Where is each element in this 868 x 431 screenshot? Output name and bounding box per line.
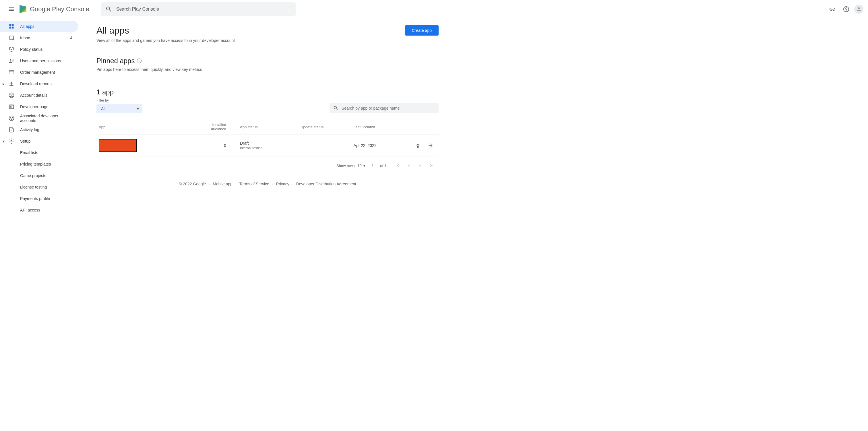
svg-point-5 (12, 38, 14, 40)
cell-last-updated: Apr 22, 2022 (351, 135, 404, 156)
sidebar-item-label: Download reports (20, 82, 74, 86)
footer: © 2022 Google · Mobile app · Terms of Se… (96, 175, 439, 193)
sidebar-item-badge: 4 (70, 36, 74, 40)
account-icon (8, 92, 15, 99)
sidebar-item-label: Order management (20, 70, 74, 74)
sidebar-item-inbox[interactable]: Inbox 4 (0, 32, 78, 43)
chevron-left-icon (406, 163, 412, 168)
pinned-apps-subtitle: Pin apps here to access them quickly, an… (96, 67, 439, 72)
footer-link-terms[interactable]: Terms of Service (239, 182, 269, 186)
open-button[interactable] (425, 140, 436, 151)
app-search-input[interactable] (342, 106, 435, 111)
footer-link-privacy[interactable]: Privacy (276, 182, 289, 186)
cell-update-status (298, 135, 351, 156)
sidebar-sub-pricing-templates[interactable]: Pricing templates (0, 158, 81, 170)
global-search[interactable] (101, 2, 296, 16)
svg-point-6 (10, 59, 11, 61)
rows-value: 10 (358, 163, 361, 168)
sidebar-item-all-apps[interactable]: All apps (0, 21, 78, 32)
card-icon (8, 69, 15, 76)
app-search[interactable] (330, 103, 439, 113)
header-actions (827, 3, 863, 15)
sidebar-item-policy-status[interactable]: Policy status (0, 43, 78, 55)
pin-button[interactable] (412, 140, 424, 152)
app-header: Google Play Console (0, 0, 868, 18)
svg-rect-11 (10, 106, 11, 107)
sidebar-item-developer-page[interactable]: Developer page (0, 101, 78, 113)
sidebar-item-associated-accounts[interactable]: Associated developer accounts (0, 113, 78, 124)
sidebar-sub-api-access[interactable]: API access (0, 204, 81, 216)
last-page-icon (429, 163, 435, 168)
menu-button[interactable] (5, 2, 19, 16)
filter-label: Filter by (96, 98, 143, 102)
chevron-down-icon: ▾ (363, 163, 365, 168)
app-thumbnail (99, 139, 136, 152)
help-circle-icon[interactable]: ? (137, 59, 142, 63)
shield-icon (8, 46, 15, 53)
search-icon (333, 105, 339, 111)
page-header: All apps Create app (96, 25, 439, 36)
app-count-title: 1 app (96, 88, 439, 96)
svg-point-12 (9, 116, 14, 121)
last-page-button[interactable] (427, 161, 436, 170)
sidebar-item-label: Activity log (20, 127, 74, 132)
expand-icon[interactable]: ▸ (1, 82, 6, 86)
th-status: App status (228, 119, 298, 135)
inbox-icon (8, 34, 15, 41)
link-button[interactable] (827, 3, 838, 15)
create-app-button[interactable]: Create app (405, 25, 439, 36)
svg-rect-0 (9, 24, 11, 26)
gear-icon (8, 138, 15, 145)
sidebar-item-activity-log[interactable]: Activity log (0, 124, 78, 135)
account-avatar[interactable] (854, 5, 863, 14)
svg-point-14 (12, 117, 13, 118)
hamburger-icon (8, 6, 15, 12)
next-page-button[interactable] (415, 161, 425, 170)
page-icon (8, 103, 15, 110)
document-icon (8, 126, 15, 133)
sidebar-item-label: All apps (20, 24, 74, 29)
filter-group: Filter by All (96, 98, 143, 113)
divider (96, 81, 439, 81)
collapse-icon[interactable]: ▾ (1, 139, 6, 144)
footer-link-mobile[interactable]: Mobile app (213, 182, 232, 186)
filter-dropdown[interactable]: All (96, 104, 143, 113)
first-page-icon (394, 163, 400, 168)
sidebar-sub-email-lists[interactable]: Email lists (0, 147, 81, 158)
arrow-right-icon (428, 143, 433, 148)
product-logo[interactable]: Google Play Console (20, 5, 89, 13)
product-name: Google Play Console (30, 5, 89, 13)
table-row[interactable]: 0 Draft Internal testing Apr 22, 2022 (96, 135, 439, 156)
table-header-row: App Installed audience App status Update… (96, 119, 439, 135)
footer-link-dda[interactable]: Developer Distribution Agreement (296, 182, 356, 186)
page-nav (393, 161, 436, 170)
help-button[interactable] (840, 3, 852, 15)
pagination: Show rows: 10 ▾ 1 - 1 of 1 (96, 156, 439, 175)
filter-row: Filter by All (96, 98, 439, 113)
cell-installed: 0 (194, 135, 228, 156)
sidebar-item-order-management[interactable]: Order management (0, 67, 78, 78)
download-icon (8, 80, 15, 87)
cell-status: Draft Internal testing (228, 135, 298, 156)
sidebar-item-users[interactable]: Users and permissions (0, 55, 78, 67)
svg-rect-3 (12, 27, 14, 29)
divider (96, 50, 439, 50)
sidebar-item-download-reports[interactable]: ▸ Download reports (0, 78, 78, 90)
rows-per-page[interactable]: Show rows: 10 ▾ (336, 163, 365, 168)
sidebar-sub-payments-profile[interactable]: Payments profile (0, 193, 81, 204)
pin-icon (415, 143, 421, 148)
show-rows-label: Show rows: (336, 163, 355, 168)
pinned-apps-title: Pinned apps ? (96, 57, 439, 65)
sidebar-sub-game-projects[interactable]: Game projects (0, 170, 81, 181)
search-icon (105, 6, 112, 12)
link-icon (829, 6, 836, 12)
first-page-button[interactable] (393, 161, 402, 170)
sidebar-sub-license-testing[interactable]: License testing (0, 181, 81, 193)
sidebar-item-account-details[interactable]: Account details (0, 90, 78, 101)
prev-page-button[interactable] (404, 161, 413, 170)
apps-icon (8, 23, 15, 30)
sidebar-item-setup[interactable]: ▾ Setup (0, 135, 78, 147)
svg-point-15 (11, 119, 12, 120)
search-input[interactable] (116, 7, 291, 12)
sidebar-item-label: Developer page (20, 104, 74, 109)
